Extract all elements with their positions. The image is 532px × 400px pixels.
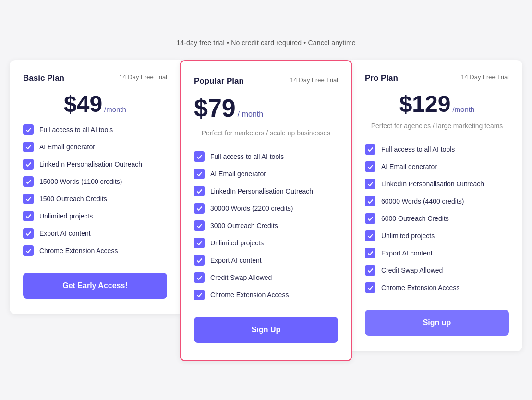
check-icon (23, 124, 34, 135)
list-item: Chrome Extension Access (194, 286, 338, 303)
feature-label: 30000 Words (2200 credits) (210, 205, 293, 212)
check-icon (365, 213, 375, 224)
basic-price-amount: $49 (64, 91, 102, 117)
basic-plan-price: $49 /month (23, 91, 167, 117)
feature-label: LinkedIn Personalisation Outreach (210, 187, 313, 195)
pro-cta-button[interactable]: Sign up (365, 310, 509, 336)
check-icon (23, 245, 34, 256)
popular-plan-price: $79 / month (194, 94, 338, 122)
pro-plan-price: $129 /month (365, 91, 509, 117)
check-icon (365, 144, 375, 155)
check-icon (365, 196, 375, 206)
check-icon (365, 179, 375, 189)
list-item: 6000 Outreach Credits (365, 210, 509, 227)
feature-label: AI Email generator (381, 163, 437, 170)
basic-plan-card: Basic Plan 14 Day Free Trial $49 /month … (10, 60, 181, 314)
basic-price-period: /month (104, 105, 126, 113)
list-item: Unlimited projects (23, 207, 167, 225)
list-item: Full access to all AI tools (365, 141, 509, 158)
popular-features-list: Full access to all AI tools AI Email gen… (194, 148, 338, 303)
list-item: Export AI content (23, 225, 167, 242)
check-icon (23, 142, 34, 152)
check-icon (23, 228, 34, 239)
pro-plan-header: Pro Plan 14 Day Free Trial (365, 73, 509, 83)
feature-label: AI Email generator (210, 170, 266, 178)
check-icon (194, 186, 205, 196)
feature-label: Export AI content (210, 256, 262, 264)
pro-plan-trial: 14 Day Free Trial (461, 73, 509, 81)
basic-features-list: Full access to all AI tools AI Email gen… (23, 121, 167, 259)
feature-label: Export AI content (39, 230, 91, 237)
feature-label: LinkedIn Personalisation Outreach (381, 180, 484, 188)
plans-container: Basic Plan 14 Day Free Trial $49 /month … (10, 60, 522, 361)
check-icon (365, 230, 375, 241)
list-item: AI Email generator (194, 165, 338, 182)
popular-price-period: / month (238, 110, 263, 119)
feature-label: 1500 Outreach Credits (39, 195, 107, 203)
popular-plan-header: Popular Plan 14 Day Free Trial (194, 76, 338, 86)
check-icon (365, 161, 375, 172)
basic-cta-button[interactable]: Get Early Access! (23, 273, 167, 299)
feature-label: 15000 Words (1100 credits) (39, 178, 122, 185)
list-item: LinkedIn Personalisation Outreach (194, 182, 338, 200)
list-item: Credit Swap Allowed (365, 262, 509, 279)
check-icon (365, 248, 375, 258)
feature-label: Credit Swap Allowed (381, 267, 443, 274)
feature-label: Unlimited projects (381, 232, 435, 240)
popular-plan-name: Popular Plan (194, 76, 244, 86)
check-icon (23, 159, 34, 170)
list-item: 15000 Words (1100 credits) (23, 173, 167, 190)
check-icon (194, 238, 205, 248)
feature-label: AI Email generator (39, 143, 95, 151)
basic-plan-header: Basic Plan 14 Day Free Trial (23, 73, 167, 83)
feature-label: Full access to all AI tools (210, 153, 284, 160)
feature-label: 60000 Words (4400 credits) (381, 197, 464, 205)
basic-plan-trial: 14 Day Free Trial (119, 73, 167, 81)
check-icon (194, 169, 205, 179)
check-icon (365, 265, 375, 276)
list-item: LinkedIn Personalisation Outreach (23, 156, 167, 173)
feature-label: Credit Swap Allowed (210, 274, 272, 281)
basic-plan-name: Basic Plan (23, 73, 64, 83)
list-item: Chrome Extension Access (23, 242, 167, 259)
check-icon (23, 211, 34, 221)
feature-label: 3000 Outreach Credits (210, 222, 278, 230)
feature-label: Full access to all AI tools (39, 126, 113, 133)
list-item: Credit Swap Allowed (194, 269, 338, 286)
popular-price-amount: $79 (194, 94, 236, 122)
list-item: 30000 Words (2200 credits) (194, 200, 338, 217)
check-icon (194, 272, 205, 283)
feature-label: Unlimited projects (39, 212, 93, 220)
check-icon (194, 151, 205, 162)
check-icon (194, 290, 205, 300)
list-item: AI Email generator (23, 138, 167, 156)
list-item: 60000 Words (4400 credits) (365, 193, 509, 210)
list-item: Export AI content (365, 244, 509, 262)
popular-plan-trial: 14 Day Free Trial (290, 76, 338, 84)
pro-plan-card: Pro Plan 14 Day Free Trial $129 /month P… (351, 60, 522, 351)
list-item: Full access to all AI tools (194, 148, 338, 165)
list-item: Full access to all AI tools (23, 121, 167, 138)
check-icon (194, 220, 205, 231)
popular-cta-button[interactable]: Sign Up (194, 317, 338, 343)
list-item: Unlimited projects (194, 234, 338, 252)
list-item: Unlimited projects (365, 227, 509, 244)
pro-plan-name: Pro Plan (365, 73, 398, 83)
check-icon (23, 176, 34, 187)
feature-label: Chrome Extension Access (210, 291, 289, 299)
list-item: 3000 Outreach Credits (194, 217, 338, 234)
list-item: LinkedIn Personalisation Outreach (365, 175, 509, 193)
popular-plan-card: Popular Plan 14 Day Free Trial $79 / mon… (180, 60, 352, 361)
pro-plan-subtitle: Perfect for agencies / large marketing t… (365, 121, 509, 131)
pro-features-list: Full access to all AI tools AI Email gen… (365, 141, 509, 296)
feature-label: LinkedIn Personalisation Outreach (39, 160, 142, 168)
popular-plan-subtitle: Perfect for marketers / scale up busines… (194, 128, 338, 138)
feature-label: Unlimited projects (210, 239, 264, 247)
feature-label: 6000 Outreach Credits (381, 215, 449, 222)
feature-label: Chrome Extension Access (39, 247, 118, 255)
feature-label: Export AI content (381, 249, 433, 257)
check-icon (194, 255, 205, 266)
check-icon (23, 194, 34, 204)
feature-label: Full access to all AI tools (381, 145, 455, 153)
list-item: AI Email generator (365, 158, 509, 175)
